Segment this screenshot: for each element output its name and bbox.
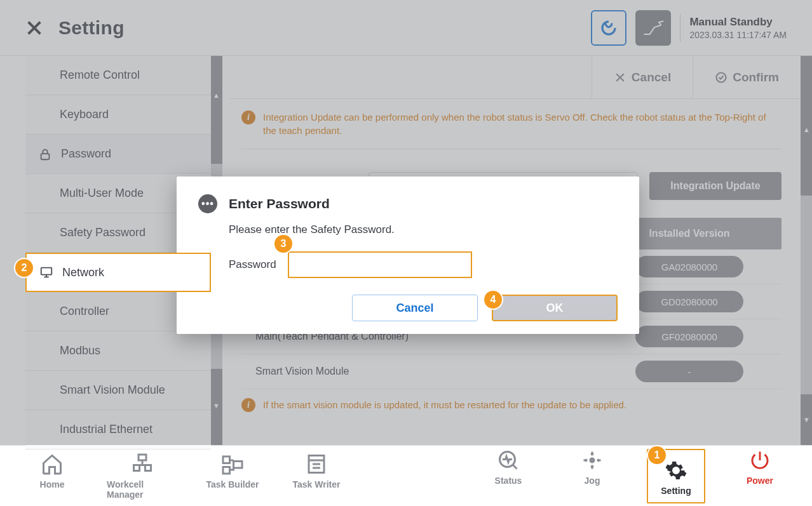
gear-icon xyxy=(665,459,687,482)
svg-rect-3 xyxy=(139,455,146,460)
nav-task-builder[interactable]: Task Builder xyxy=(203,453,262,500)
step-badge-1: 1 xyxy=(648,446,666,464)
svg-rect-6 xyxy=(223,456,230,463)
status-icon xyxy=(497,449,520,472)
svg-point-11 xyxy=(590,458,594,462)
workcell-icon xyxy=(131,453,154,476)
power-icon xyxy=(748,449,771,472)
jog-icon xyxy=(581,449,604,472)
svg-rect-8 xyxy=(234,461,243,468)
svg-rect-5 xyxy=(145,465,151,470)
monitor-icon xyxy=(39,265,53,279)
step-badge-2: 2 xyxy=(15,259,33,277)
nav-workcell-manager[interactable]: Workcell Manager xyxy=(107,453,178,500)
task-builder-icon xyxy=(221,453,244,476)
password-modal: ••• Enter Password Please enter the Safe… xyxy=(177,176,639,334)
nav-status[interactable]: Status xyxy=(479,449,538,503)
home-icon xyxy=(41,453,64,476)
svg-rect-1 xyxy=(41,268,52,275)
step-badge-3: 3 xyxy=(274,235,292,253)
ellipsis-icon: ••• xyxy=(198,194,217,213)
modal-message: Please enter the Safety Password. xyxy=(229,223,618,236)
modal-cancel-button[interactable]: Cancel xyxy=(352,295,478,321)
bottom-nav: Home Workcell Manager Task Builder Task … xyxy=(0,445,812,506)
nav-home[interactable]: Home xyxy=(23,453,81,500)
modal-title: Enter Password xyxy=(229,196,330,211)
nav-task-writer[interactable]: Task Writer xyxy=(287,453,346,500)
svg-rect-4 xyxy=(134,465,140,470)
modal-ok-button[interactable]: OK xyxy=(492,295,618,321)
task-writer-icon xyxy=(305,453,328,476)
nav-power[interactable]: Power xyxy=(731,449,789,503)
svg-rect-7 xyxy=(223,467,230,474)
nav-jog[interactable]: Jog xyxy=(563,449,621,503)
password-label: Password xyxy=(229,258,276,271)
step-badge-4: 4 xyxy=(484,291,502,309)
password-input[interactable] xyxy=(288,251,472,278)
sidebar-item-network[interactable]: Network xyxy=(25,253,211,292)
